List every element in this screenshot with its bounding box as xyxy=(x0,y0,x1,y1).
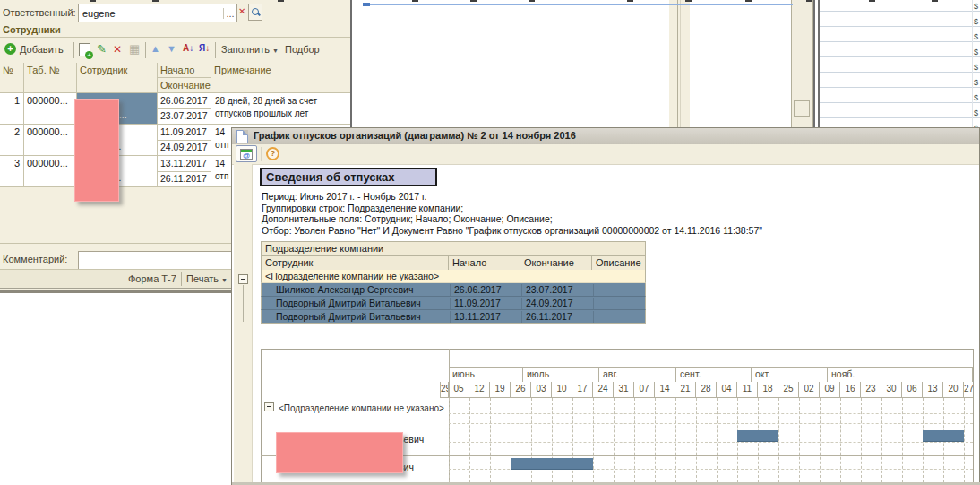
col-header-tab[interactable]: Таб. № xyxy=(24,63,77,93)
collapse-group-button[interactable] xyxy=(238,274,248,284)
gantt-week-cell: 25 xyxy=(778,382,799,398)
move-up-icon[interactable]: ▲ xyxy=(150,43,160,54)
table-row[interactable]: 1000000...др ...26.06.201723.07.201728 д… xyxy=(0,93,350,125)
background-gap xyxy=(669,0,690,127)
cell-end-date[interactable]: 26.11.2017 xyxy=(158,172,211,187)
cell-num[interactable]: 1 xyxy=(0,93,24,125)
screen: Ответственный: eugene ... ✕ Сотрудники +… xyxy=(0,0,980,485)
add-button[interactable]: Добавить xyxy=(20,44,64,55)
report-col-header: Описание xyxy=(592,255,646,271)
col-header-end[interactable]: Окончание xyxy=(158,78,211,93)
document-icon xyxy=(236,130,248,143)
ellipsis-button[interactable]: ... xyxy=(223,8,236,19)
open-in-list-button[interactable]: @ xyxy=(236,145,257,162)
gantt-week-cell: 14 xyxy=(655,382,675,398)
employees-section-title: Сотрудники xyxy=(3,24,61,35)
cell-end-date[interactable]: 23.07.2017 xyxy=(158,109,211,125)
redaction-overlay-names xyxy=(74,99,119,202)
gantt-week-cell: 09 xyxy=(820,382,840,398)
col-header-start[interactable]: Начало xyxy=(158,63,211,78)
background-scrollbar[interactable] xyxy=(791,0,813,127)
dialog-title: График отпусков организаций (диаграмма) … xyxy=(254,130,576,141)
sort-asc-icon[interactable]: А↓ xyxy=(183,43,193,53)
cell-tab[interactable]: 000000... xyxy=(24,125,77,156)
gantt-week-cell: 12 xyxy=(469,382,490,398)
report-info-line: Дополнительные поля: Сотрудник; Начало; … xyxy=(262,213,762,225)
report-data-row[interactable]: Подворный Дмитрий Витальевич11.09.201724… xyxy=(261,297,646,310)
col-header-num[interactable]: № xyxy=(0,63,24,93)
cell-num[interactable]: 2 xyxy=(0,125,24,156)
gantt-week-cell: 18 xyxy=(758,382,778,398)
search-button[interactable] xyxy=(248,4,262,21)
question-icon: ? xyxy=(271,149,276,158)
report-group-header: Подразделение компании xyxy=(261,241,646,256)
form-t7-button[interactable]: Форма Т-7 xyxy=(128,273,176,284)
col-header-employee[interactable]: Сотрудник xyxy=(77,63,158,93)
report-cell: 26.11.2017 xyxy=(521,311,593,323)
cell-note[interactable]: 28 дней, 28 дней за счетотпусков прошлых… xyxy=(211,93,350,125)
gantt-month-cell: июль xyxy=(523,368,599,382)
clear-icon[interactable]: ✕ xyxy=(238,6,245,16)
report-cell: 26.06.2017 xyxy=(450,284,521,296)
dialog-title-bar[interactable]: График отпусков организаций (диаграмма) … xyxy=(232,128,979,145)
report-cell: Шиликов Александр Сергеевич xyxy=(262,284,450,296)
report-info-lines: Период: Июнь 2017 г. - Ноябрь 2017 г.Гру… xyxy=(262,191,762,236)
report-info-line: Период: Июнь 2017 г. - Ноябрь 2017 г. xyxy=(262,191,762,203)
gantt-bar[interactable] xyxy=(923,430,964,442)
pick-button[interactable]: Подбор xyxy=(285,44,320,55)
gantt-week-cell: 11 xyxy=(737,382,758,398)
splitter-handle[interactable] xyxy=(363,3,370,6)
print-button[interactable]: Печать ▼ xyxy=(186,273,228,284)
list-row-line xyxy=(820,117,980,118)
search-icon xyxy=(252,8,260,16)
splitter-line[interactable] xyxy=(363,4,793,5)
report-cell xyxy=(593,311,647,323)
gantt-week-cell: 24 xyxy=(593,382,614,398)
clipped-border-fragment xyxy=(932,0,938,2)
gantt-week-cell: 03 xyxy=(531,382,552,398)
report-cell: 24.09.2017 xyxy=(521,298,593,309)
report-col-header: Окончание xyxy=(520,255,592,271)
edit-row-icon[interactable]: ✎ xyxy=(97,42,107,56)
gantt-bar[interactable] xyxy=(511,458,593,470)
gantt-week-cell: 23 xyxy=(861,382,881,398)
sort-desc-icon[interactable]: Я↓ xyxy=(199,43,210,53)
gantt-collapse-button[interactable] xyxy=(264,402,274,411)
report-data-row[interactable]: Шиликов Александр Сергеевич26.06.201723.… xyxy=(261,283,646,297)
col-header-note[interactable]: Примечание xyxy=(211,63,350,93)
cell-tab[interactable]: 000000... xyxy=(24,156,77,187)
cell-tab[interactable]: 000000... xyxy=(24,93,77,125)
cell-num[interactable]: 3 xyxy=(0,156,24,187)
gantt-week-cell: 30 xyxy=(881,382,902,398)
move-down-icon[interactable]: ▼ xyxy=(167,43,176,54)
gantt-month-cell: июнь xyxy=(449,368,523,382)
list-row-line xyxy=(820,102,980,103)
cell-end-date[interactable]: 24.09.2017 xyxy=(158,141,211,156)
cell-start-date[interactable]: 26.06.2017 xyxy=(158,93,211,109)
scrollbar-thumb[interactable] xyxy=(794,100,810,117)
cell-start-date[interactable]: 13.11.2017 xyxy=(158,156,211,172)
clipped-text-fragment: $ xyxy=(974,63,978,72)
cell-start-date[interactable]: 11.09.2017 xyxy=(158,125,211,141)
list-row-line xyxy=(820,11,980,12)
report-col-header: Начало xyxy=(449,255,520,271)
end-edit-icon-disabled: ▦ xyxy=(129,42,140,56)
gantt-week-cell: 04 xyxy=(717,382,737,398)
help-button[interactable]: ? xyxy=(266,147,279,160)
note-line: отп xyxy=(215,140,228,150)
report-info-line: Группировки строк: Подразделение компани… xyxy=(262,203,762,214)
copy-row-icon[interactable]: + xyxy=(79,43,90,56)
delete-row-icon[interactable]: ✕ xyxy=(113,43,122,56)
gantt-bar[interactable] xyxy=(737,430,778,442)
background-panel-mid xyxy=(690,0,792,127)
gantt-week-cell: 26 xyxy=(511,382,531,398)
gantt-week-cell: 31 xyxy=(614,382,634,398)
report-data-row[interactable]: Подворный Дмитрий Витальевич13.11.201726… xyxy=(261,310,646,324)
report-subgroup-row[interactable]: <Подразделение компании не указано> xyxy=(261,270,646,283)
gantt-week-cell: 27 xyxy=(964,382,973,398)
fill-button[interactable]: Заполнить ▼ xyxy=(221,44,279,55)
responsible-input[interactable]: eugene ... xyxy=(78,4,237,22)
clipped-border-fragment xyxy=(627,0,633,2)
redaction-overlay-gantt xyxy=(276,432,403,473)
clipped-border-fragment xyxy=(685,0,692,2)
